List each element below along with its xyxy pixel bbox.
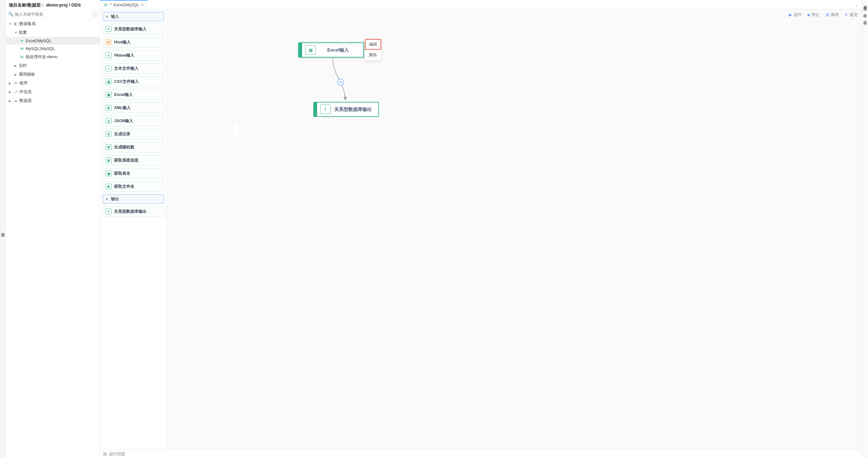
- di-badge-icon: DI: [20, 55, 24, 59]
- rand-icon: ⚄: [105, 144, 112, 150]
- btn-label: 停止: [811, 12, 819, 18]
- palette-item-label: 文本文件输入: [114, 66, 138, 71]
- run-button[interactable]: ▶ 运行: [789, 12, 802, 18]
- tabs-overflow-icon[interactable]: ⌄: [855, 2, 858, 7]
- rec-icon: ☰: [105, 131, 112, 137]
- log-label[interactable]: 运行日志: [109, 451, 125, 457]
- resource-tree: 数据集成 批量 DI Excel2MySQL DI MySQL2MySQL DI…: [6, 18, 100, 458]
- palette-item-input[interactable]: ⚄生成随机数: [102, 142, 164, 153]
- tree-template[interactable]: 通用模板: [6, 70, 100, 79]
- sidebar: 项目名称/数据层： demo-proj / ODS 🔍 ＋ 数据集成 批量 DI…: [6, 0, 100, 458]
- search-icon: 🔍: [8, 11, 13, 17]
- play-icon: ▶: [789, 12, 792, 17]
- integration-icon: [13, 22, 18, 26]
- caret-right-icon: [9, 99, 12, 102]
- palette-group-output[interactable]: ▼ 输出: [102, 194, 164, 204]
- tree-batch[interactable]: 批量: [6, 28, 100, 37]
- right-draft[interactable]: 草稿: [862, 18, 868, 19]
- tree-realtime[interactable]: 实时: [6, 61, 100, 70]
- palette-item-input[interactable]: ☰生成记录: [102, 129, 164, 139]
- edge-handle-icon[interactable]: ⧉: [337, 79, 344, 86]
- palette-item-input[interactable]: ▦Excel输入: [102, 89, 164, 100]
- tree-label: 数据源: [20, 98, 32, 103]
- hb-icon: ⎀: [105, 53, 112, 58]
- right-config[interactable]: 通用配置: [862, 2, 868, 5]
- cloud-icon: [13, 98, 18, 103]
- editor: DI * Excel2MySQL ✕ ⌄ ▼ 输入 ⌗关系型数据库输入: [100, 0, 862, 458]
- di-badge-icon: DI: [20, 39, 24, 43]
- tree-label: MySQL2MySQL: [26, 46, 55, 51]
- node-context-menu: 编辑 删除: [365, 39, 381, 61]
- tree-label: 实时: [19, 63, 27, 68]
- node-accent: [314, 102, 317, 116]
- palette-item-input[interactable]: HiHive输入: [102, 37, 164, 47]
- close-icon[interactable]: ✕: [141, 3, 144, 7]
- palette-group-label: 输入: [111, 14, 119, 20]
- save-icon: 🖫: [825, 12, 829, 17]
- tree-item-excel2mysql[interactable]: DI Excel2MySQL: [6, 37, 100, 45]
- palette-item-output[interactable]: ⌗关系型数据库输出: [102, 206, 164, 217]
- search-row: 🔍 ＋: [6, 10, 100, 18]
- palette-item-label: 获取系统信息: [114, 158, 138, 163]
- json-icon: ◎: [105, 118, 112, 124]
- menu-edit[interactable]: 编辑: [365, 39, 381, 50]
- caret-down-icon: [14, 31, 18, 34]
- send-icon: ✈: [844, 12, 848, 17]
- canvas[interactable]: ▶ 运行 ■ 停止 🖫 保存 ✈ 提交: [167, 9, 862, 449]
- left-rail[interactable]: 资源: [0, 0, 6, 458]
- palette-item-input[interactable]: ▣获取表名: [102, 168, 164, 179]
- palette-item-label: 获取文件名: [114, 184, 134, 189]
- palette-item-label: 关系型数据库输入: [114, 26, 147, 32]
- tree-item-mysql2mysql[interactable]: DI MySQL2MySQL: [6, 45, 100, 53]
- project-header: 项目名称/数据层： demo-proj / ODS: [6, 0, 100, 10]
- palette-item-input[interactable]: ⌗关系型数据库输入: [102, 24, 164, 34]
- tree-label: 作业流: [20, 89, 32, 95]
- hi-icon: Hi: [105, 39, 112, 45]
- palette-item-input[interactable]: 🗎获取文件名: [102, 181, 164, 192]
- tree-item-batch-demo[interactable]: DI 批处理作业-demo: [6, 53, 100, 61]
- tree-label: 批处理作业-demo: [26, 54, 58, 60]
- component-palette: ▼ 输入 ⌗关系型数据库输入HiHive输入⎀Hbase输入≡文本文件输入▤CS…: [100, 9, 167, 449]
- node-label: 关系型数据库输出: [334, 106, 378, 112]
- palette-item-input[interactable]: 🖳获取系统信息: [102, 155, 164, 166]
- palette-item-input[interactable]: ⊞XML输入: [102, 102, 164, 113]
- caret-down-icon: [9, 22, 12, 26]
- palette-group-input[interactable]: ▼ 输入: [102, 12, 164, 21]
- stop-button[interactable]: ■ 停止: [807, 12, 819, 18]
- tree-program[interactable]: 程序: [6, 79, 100, 88]
- node-accent: [299, 43, 302, 57]
- log-icon: ▤: [103, 452, 107, 456]
- search-input[interactable]: [15, 12, 92, 17]
- tabs-row: DI * Excel2MySQL ✕ ⌄: [100, 0, 862, 9]
- palette-group-label: 输出: [111, 196, 119, 202]
- right-version[interactable]: 版本: [862, 11, 868, 12]
- db-icon: ⌗: [105, 209, 112, 214]
- caret-right-icon: [9, 81, 12, 85]
- database-icon: ⇪: [320, 105, 331, 114]
- node-rel-db-output[interactable]: ⇪ 关系型数据库输出: [313, 102, 379, 117]
- xml-icon: ⊞: [105, 105, 112, 110]
- chevron-down-icon: ▼: [105, 15, 108, 19]
- tab-excel2mysql[interactable]: DI * Excel2MySQL ✕: [100, 0, 148, 9]
- node-excel-input[interactable]: ▦ Excel输入: [298, 42, 364, 58]
- submit-button[interactable]: ✈ 提交: [844, 12, 858, 18]
- tree-data-integration[interactable]: 数据集成: [6, 20, 100, 28]
- tree-label: 通用模板: [19, 71, 35, 77]
- grid-icon: ▦: [305, 45, 316, 55]
- palette-toggle[interactable]: ‹: [234, 122, 239, 140]
- tree-datasource[interactable]: 数据源: [6, 96, 100, 105]
- menu-delete[interactable]: 删除: [365, 50, 381, 60]
- palette-item-input[interactable]: ≡文本文件输入: [102, 63, 164, 74]
- palette-item-label: 获取表名: [114, 171, 130, 176]
- di-badge-icon: DI: [103, 3, 108, 7]
- palette-item-label: Excel输入: [114, 92, 133, 97]
- add-icon[interactable]: ＋: [92, 11, 97, 17]
- save-button[interactable]: 🖫 保存: [825, 12, 839, 18]
- palette-item-input[interactable]: ▤CSV文件输入: [102, 76, 164, 87]
- tree-workflow[interactable]: 作业流: [6, 88, 100, 96]
- palette-item-input[interactable]: ◎JSON输入: [102, 116, 164, 126]
- palette-item-label: 生成随机数: [114, 144, 134, 150]
- palette-item-label: CSV文件输入: [114, 79, 139, 84]
- palette-item-input[interactable]: ⎀Hbase输入: [102, 50, 164, 61]
- canvas-toolbar: ▶ 运行 ■ 停止 🖫 保存 ✈ 提交: [789, 12, 858, 18]
